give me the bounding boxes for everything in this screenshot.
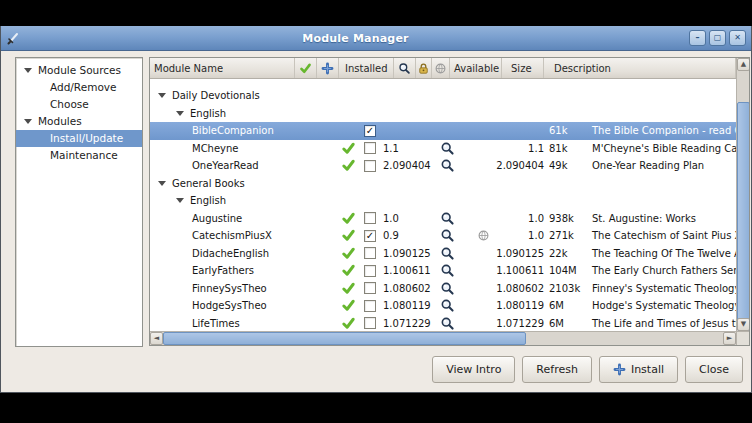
view-intro-button[interactable]: View Intro — [432, 356, 515, 383]
group-label: English — [190, 108, 226, 119]
refresh-button[interactable]: Refresh — [522, 356, 592, 383]
table-row-module[interactable]: OneYearRead2.0904042.09040449kOne-Year R… — [150, 157, 736, 175]
column-header-upd[interactable] — [432, 58, 450, 78]
module-name: MCheyne — [192, 143, 239, 154]
table-row-group[interactable]: Daily Devotionals — [150, 87, 736, 105]
table-row-module[interactable]: FinneySysTheo1.0806021.0806022103kFinney… — [150, 280, 736, 298]
module-description: The Teaching Of The Twelve Apostles — [586, 248, 736, 259]
module-size: 104M — [544, 265, 586, 276]
scroll-up-button[interactable]: ▲ — [737, 58, 750, 71]
installed-version: 1.090125 — [381, 248, 436, 259]
table-row-partial[interactable]: Glossaries — [150, 78, 736, 87]
column-header-desc[interactable]: Description — [544, 58, 736, 78]
module-info-button[interactable] — [436, 316, 458, 330]
sidebar-item-label: Choose — [50, 96, 89, 113]
horizontal-scroll-thumb[interactable] — [163, 332, 526, 345]
installed-version: 1.080119 — [381, 300, 436, 311]
table-body: GlossariesDaily DevotionalsEnglishBibleC… — [150, 78, 736, 330]
module-info-button[interactable] — [436, 158, 458, 173]
install-checkbox[interactable] — [364, 300, 376, 312]
sidebar-item-module-sources[interactable]: Module Sources — [16, 62, 142, 79]
sidebar-item-choose[interactable]: Choose — [16, 96, 142, 113]
close-dialog-button[interactable]: Close — [685, 356, 743, 383]
magnifier-icon — [440, 246, 455, 261]
module-info-button[interactable] — [436, 263, 458, 278]
horizontal-scrollbar[interactable]: ◄ ► — [150, 331, 736, 345]
table-row-module[interactable]: CatechismPiusX✓0.91.0271kThe Catechism o… — [150, 227, 736, 245]
plus-icon — [613, 363, 626, 376]
expander-triangle-icon[interactable] — [176, 111, 184, 116]
dialog-buttons: View IntroRefreshInstallClose — [432, 356, 743, 383]
column-label: Installed — [341, 63, 388, 74]
table-row-module[interactable]: EarlyFathers1.1006111.100611104MThe Earl… — [150, 262, 736, 280]
table-row-module[interactable]: MCheyne1.11.181kM'Cheyne's Bible Reading… — [150, 140, 736, 158]
module-info-button[interactable] — [436, 228, 458, 243]
available-version: 1.071229 — [492, 318, 544, 329]
column-header-box[interactable] — [317, 58, 339, 78]
expander-triangle-icon[interactable] — [24, 68, 32, 73]
magnifier-icon — [440, 281, 455, 296]
minimize-button[interactable]: – — [689, 30, 706, 46]
column-header-lock[interactable] — [416, 58, 432, 78]
sidebar-item-maintenance[interactable]: Maintenance — [16, 147, 142, 164]
maximize-button[interactable]: ▢ — [709, 30, 726, 46]
column-header-size[interactable]: Size — [502, 58, 544, 78]
vertical-scrollbar[interactable]: ▲ ▼ — [736, 58, 749, 331]
expander-triangle-icon[interactable] — [158, 181, 166, 186]
install-checkbox[interactable] — [364, 212, 376, 224]
group-label: Glossaries — [172, 78, 223, 79]
install-checkbox[interactable]: ✓ — [364, 230, 376, 242]
column-header-avail[interactable]: Available — [450, 58, 502, 78]
titlebar[interactable]: Module Manager –▢✕ — [1, 26, 751, 51]
plus-icon — [321, 62, 334, 75]
sidebar-item-label: Modules — [38, 113, 82, 130]
install-checkbox[interactable] — [364, 317, 376, 329]
magnifier-icon — [398, 62, 411, 75]
table-row-group[interactable]: English — [150, 105, 736, 123]
install-checkbox[interactable] — [364, 142, 376, 154]
scroll-down-button[interactable]: ▼ — [737, 318, 750, 331]
column-header-name[interactable]: Module Name — [150, 58, 295, 78]
install-checkbox[interactable] — [364, 247, 376, 259]
column-header-mag[interactable] — [394, 58, 416, 78]
installed-version: 1.100611 — [381, 265, 436, 276]
close-button[interactable]: ✕ — [729, 30, 746, 46]
table-row-module[interactable]: DidacheEnglish1.0901251.09012522kThe Tea… — [150, 245, 736, 263]
available-version: 2.090404 — [492, 160, 544, 171]
install-checkbox[interactable]: ✓ — [364, 125, 376, 137]
module-description: The Catechism of Saint Pius X — [586, 230, 736, 241]
install-checkbox[interactable] — [364, 282, 376, 294]
table-row-module[interactable]: LifeTimes1.0712291.0712296MThe Life and … — [150, 315, 736, 331]
column-header-chk[interactable] — [295, 58, 317, 78]
column-label: Size — [507, 63, 532, 74]
module-info-button[interactable] — [436, 298, 458, 313]
module-info-button[interactable] — [436, 141, 458, 156]
install-checkbox[interactable] — [364, 265, 376, 277]
install-checkbox[interactable] — [364, 160, 376, 172]
expander-triangle-icon[interactable] — [24, 119, 32, 124]
sidebar-item-modules[interactable]: Modules — [16, 113, 142, 130]
expander-triangle-icon[interactable] — [158, 93, 166, 98]
scroll-right-button[interactable]: ► — [723, 332, 736, 345]
module-info-button[interactable] — [436, 281, 458, 296]
module-info-button[interactable] — [436, 246, 458, 261]
column-header-inst[interactable]: Installed — [339, 58, 394, 78]
table-row-module[interactable]: Augustine1.01.0938kSt. Augustine: Works — [150, 210, 736, 228]
module-info-button[interactable] — [436, 211, 458, 226]
module-table: Module NameInstalledAvailableSizeDescrip… — [149, 57, 750, 346]
scroll-left-button[interactable]: ◄ — [150, 332, 163, 345]
sidebar-item-install-update[interactable]: Install/Update — [16, 130, 142, 147]
installed-version: 1.080602 — [381, 283, 436, 294]
check-icon — [341, 298, 356, 313]
table-row-group[interactable]: English — [150, 192, 736, 210]
button-label: Close — [699, 363, 729, 376]
sidebar-item-label: Install/Update — [50, 130, 123, 147]
sidebar-item-add-remove[interactable]: Add/Remove — [16, 79, 142, 96]
table-row-group[interactable]: General Books — [150, 175, 736, 193]
vertical-scroll-thumb[interactable] — [737, 102, 750, 331]
table-row-module[interactable]: HodgeSysTheo1.0801191.0801196MHodge's Sy… — [150, 297, 736, 315]
table-row-module[interactable]: BibleCompanion✓61kThe Bible Companion - … — [150, 122, 736, 140]
install-button[interactable]: Install — [599, 356, 678, 383]
table-header: Module NameInstalledAvailableSizeDescrip… — [150, 58, 736, 79]
expander-triangle-icon[interactable] — [176, 198, 184, 203]
